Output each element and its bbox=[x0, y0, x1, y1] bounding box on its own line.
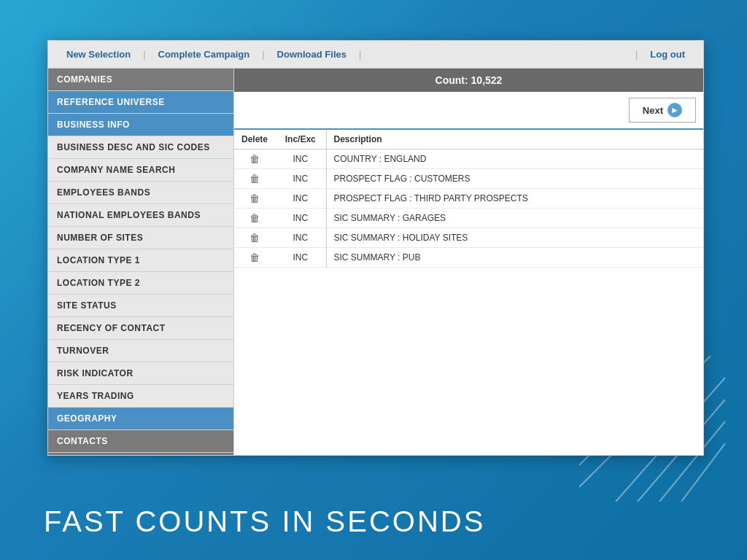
table-area: Delete Inc/Exc Description 🗑INCCOUNTRY :… bbox=[234, 128, 703, 455]
sidebar-item-5[interactable]: EMPLOYEES BANDS bbox=[48, 182, 233, 204]
table-row: 🗑INCSIC SUMMARY : PUB bbox=[234, 248, 703, 268]
sidebar-item-10[interactable]: SITE STATUS bbox=[48, 295, 233, 317]
nav-sep-1: | bbox=[142, 49, 147, 60]
sidebar-item-12[interactable]: TURNOVER bbox=[48, 340, 233, 362]
delete-cell-4[interactable]: 🗑 bbox=[234, 228, 275, 248]
table-row: 🗑INCPROSPECT FLAG : CUSTOMERS bbox=[234, 169, 703, 189]
sidebar-item-6[interactable]: NATIONAL EMPLOYEES BANDS bbox=[48, 204, 233, 227]
col-delete: Delete bbox=[234, 130, 275, 149]
trash-icon[interactable]: 🗑 bbox=[241, 212, 268, 224]
trash-icon[interactable]: 🗑 bbox=[241, 252, 268, 263]
nav-sep-4: | bbox=[634, 49, 639, 60]
sidebar-item-8[interactable]: LOCATION TYPE 1 bbox=[48, 249, 233, 272]
delete-cell-0[interactable]: 🗑 bbox=[234, 149, 275, 169]
incexc-cell-4: INC bbox=[275, 228, 326, 248]
nav-sep-2: | bbox=[260, 49, 266, 60]
app-window: New Selection | Complete Campaign | Down… bbox=[47, 40, 704, 456]
delete-cell-3[interactable]: 🗑 bbox=[234, 209, 275, 228]
delete-cell-5[interactable]: 🗑 bbox=[234, 248, 275, 268]
new-selection-nav[interactable]: New Selection bbox=[55, 49, 142, 60]
sidebar-item-11[interactable]: RECENCY OF CONTACT bbox=[48, 317, 233, 340]
next-area: Next ► bbox=[234, 92, 703, 128]
trash-icon[interactable]: 🗑 bbox=[241, 192, 268, 204]
sidebar-item-0[interactable]: COMPANIES bbox=[48, 69, 233, 91]
description-cell-3: SIC SUMMARY : GARAGES bbox=[326, 209, 703, 228]
main-panel: Count: 10,522 Next ► Delete Inc/Exc Desc… bbox=[234, 69, 703, 455]
incexc-cell-3: INC bbox=[275, 209, 326, 228]
next-label: Next bbox=[643, 105, 663, 116]
top-nav: New Selection | Complete Campaign | Down… bbox=[48, 41, 703, 69]
complete-campaign-nav[interactable]: Complete Campaign bbox=[147, 49, 261, 60]
sidebar-item-14[interactable]: YEARS TRADING bbox=[48, 385, 233, 408]
content-area: COMPANIESREFERENCE UNIVERSEBUSINESS INFO… bbox=[48, 69, 703, 455]
table-row: 🗑INCSIC SUMMARY : HOLIDAY SITES bbox=[234, 228, 703, 248]
incexc-cell-2: INC bbox=[275, 189, 326, 209]
sidebar-item-13[interactable]: RISK INDICATOR bbox=[48, 362, 233, 385]
sidebar-item-3[interactable]: BUSINESS DESC AND SIC CODES bbox=[48, 136, 233, 159]
sidebar-item-2[interactable]: BUSINESS INFO bbox=[48, 114, 233, 136]
logout-nav[interactable]: Log out bbox=[639, 49, 696, 60]
incexc-cell-5: INC bbox=[275, 248, 326, 268]
sidebar-item-16[interactable]: CONTACTS bbox=[48, 430, 233, 453]
next-button[interactable]: Next ► bbox=[629, 98, 696, 122]
incexc-cell-0: INC bbox=[275, 149, 326, 169]
sidebar-item-4[interactable]: COMPANY NAME SEARCH bbox=[48, 159, 233, 182]
selection-table: Delete Inc/Exc Description 🗑INCCOUNTRY :… bbox=[234, 130, 703, 268]
delete-cell-2[interactable]: 🗑 bbox=[234, 189, 275, 209]
trash-icon[interactable]: 🗑 bbox=[241, 153, 268, 165]
sidebar-item-15[interactable]: GEOGRAPHY bbox=[48, 408, 233, 430]
description-cell-2: PROSPECT FLAG : THIRD PARTY PROSPECTS bbox=[326, 189, 703, 209]
description-cell-4: SIC SUMMARY : HOLIDAY SITES bbox=[326, 228, 703, 248]
table-row: 🗑INCSIC SUMMARY : GARAGES bbox=[234, 209, 703, 228]
incexc-cell-1: INC bbox=[275, 169, 326, 189]
count-bar: Count: 10,522 bbox=[234, 69, 703, 92]
download-files-nav[interactable]: Download Files bbox=[266, 49, 357, 60]
sidebar: COMPANIESREFERENCE UNIVERSEBUSINESS INFO… bbox=[48, 69, 234, 455]
next-arrow-icon: ► bbox=[667, 103, 682, 117]
sidebar-item-9[interactable]: LOCATION TYPE 2 bbox=[48, 272, 233, 295]
description-cell-1: PROSPECT FLAG : CUSTOMERS bbox=[326, 169, 703, 189]
col-description: Description bbox=[326, 130, 703, 149]
nav-sep-3: | bbox=[357, 49, 363, 60]
sidebar-item-1[interactable]: REFERENCE UNIVERSE bbox=[48, 91, 233, 114]
description-cell-0: COUNTRY : ENGLAND bbox=[326, 149, 703, 169]
table-row: 🗑INCCOUNTRY : ENGLAND bbox=[234, 149, 703, 169]
sidebar-item-17[interactable]: ORDERS bbox=[48, 453, 233, 455]
trash-icon[interactable]: 🗑 bbox=[241, 232, 268, 244]
description-cell-5: SIC SUMMARY : PUB bbox=[326, 248, 703, 268]
delete-cell-1[interactable]: 🗑 bbox=[234, 169, 275, 189]
bottom-tagline: FAST COUNTS IN SECONDS bbox=[44, 505, 485, 538]
sidebar-item-7[interactable]: NUMBER OF SITES bbox=[48, 227, 233, 249]
col-incexc: Inc/Exc bbox=[275, 130, 326, 149]
table-row: 🗑INCPROSPECT FLAG : THIRD PARTY PROSPECT… bbox=[234, 189, 703, 209]
trash-icon[interactable]: 🗑 bbox=[241, 173, 268, 184]
